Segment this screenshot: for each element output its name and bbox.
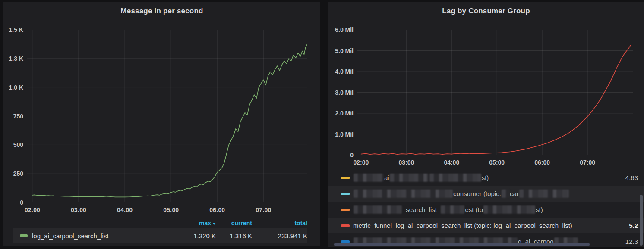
consumer-group-row[interactable]: aist)4.63	[328, 170, 644, 186]
series-color-swatch[interactable]	[341, 224, 350, 227]
y-tick-label: 0	[328, 151, 354, 159]
y-tick-label: 0	[3, 199, 23, 206]
series-color-swatch[interactable]	[341, 177, 350, 179]
legend-sort-max[interactable]: max	[177, 220, 216, 227]
y-tick-label: 1.3 K	[3, 55, 23, 62]
series-color-swatch[interactable]	[341, 193, 350, 195]
legend-header-total[interactable]: total	[252, 220, 307, 227]
legend-label-fragment: consumer (topic:	[453, 190, 501, 197]
series-line	[32, 45, 307, 197]
x-tick-label: 06:00	[204, 206, 230, 213]
redacted-text	[519, 190, 569, 198]
redacted-text	[354, 190, 453, 198]
x-tick-label: 07:00	[575, 159, 600, 166]
consumer-group-row[interactable]: consumer (topic:car	[328, 186, 644, 202]
redacted-text	[502, 190, 509, 198]
x-tick-label: 06:00	[529, 159, 555, 166]
redacted-text	[441, 205, 464, 214]
grafana-dashboard: Message in per second max current total …	[0, 0, 644, 249]
redacted-text	[390, 174, 429, 182]
x-tick-label: 04:00	[112, 206, 138, 213]
x-tick-label: 04:00	[439, 159, 464, 166]
lag-current-value: 5.2	[629, 222, 638, 229]
y-tick-label: 250	[3, 170, 23, 177]
message-chart-legend: max current total log_ai_carpool_search_…	[13, 218, 307, 244]
panel-message-in-per-second: Message in per second max current total …	[3, 2, 320, 246]
legend-label-fragment: st)	[536, 206, 543, 213]
y-tick-label: 2.0 Mil	[328, 109, 354, 117]
series-color-swatch[interactable]	[20, 234, 28, 237]
lag-current-value: 12.3	[625, 238, 638, 245]
legend-row[interactable]: log_ai_carpool_search_list 1.320 K 1.316…	[13, 228, 307, 243]
consumer-group-row[interactable]: metric_funnel_log_ai_carpool_search_list…	[328, 218, 644, 233]
x-tick-label: 02:00	[19, 206, 45, 213]
legend-horizontal-scrollbar[interactable]	[334, 243, 590, 246]
y-tick-label: 3.0 Mil	[328, 89, 354, 96]
lag-chart[interactable]	[357, 30, 633, 155]
consumer-group-name[interactable]: metric_funnel_log_ai_carpool_search_list…	[353, 222, 572, 229]
redacted-text	[429, 174, 481, 182]
legend-label-fragment: _search_list_	[402, 206, 440, 213]
x-tick-label: 03:00	[393, 159, 419, 166]
consumer-group-legend: aist)4.63consumer (topic:car_search_list…	[328, 170, 644, 247]
series-color-swatch[interactable]	[341, 209, 350, 211]
x-tick-label: 07:00	[250, 206, 276, 213]
redacted-text	[354, 174, 384, 182]
chart-canvas	[27, 30, 307, 202]
legend-label-fragment: car	[510, 190, 519, 197]
x-tick-label: 03:00	[66, 206, 92, 213]
legend-label-fragment: ai	[384, 174, 389, 181]
y-tick-label: 500	[3, 141, 23, 149]
panel-title[interactable]: Lag by Consumer Group	[328, 2, 644, 16]
y-tick-label: 750	[3, 112, 23, 120]
chart-canvas	[357, 30, 633, 155]
stat-current: 1.316 K	[216, 232, 252, 240]
lag-current-value: 4.63	[625, 174, 638, 181]
panel-lag-by-consumer-group: Lag by Consumer Group aist)4.63consumer …	[328, 2, 644, 247]
redacted-text	[354, 205, 402, 214]
stat-total: 233.941 K	[252, 232, 307, 240]
redacted-text	[483, 205, 535, 214]
x-tick-label: 05:00	[158, 206, 184, 213]
legend-header-current[interactable]: current	[216, 220, 252, 227]
consumer-group-row[interactable]: _search_list_est (tost)	[328, 202, 644, 218]
y-tick-label: 5.0 Mil	[328, 47, 354, 55]
legend-vertical-scrollbar[interactable]	[640, 195, 643, 246]
caret-down-icon	[212, 223, 216, 225]
legend-label-fragment: est (to	[465, 206, 483, 213]
x-tick-label: 05:00	[484, 159, 510, 166]
y-tick-label: 1.0 K	[3, 84, 23, 91]
legend-header-row: max current total	[13, 218, 307, 228]
x-tick-label: 02:00	[348, 159, 374, 166]
series-name[interactable]: log_ai_carpool_search_list	[32, 232, 177, 240]
message-rate-chart[interactable]	[27, 30, 307, 202]
series-line	[361, 45, 631, 154]
stat-max: 1.320 K	[177, 232, 216, 240]
y-tick-label: 4.0 Mil	[328, 68, 354, 75]
panel-title[interactable]: Message in per second	[3, 2, 320, 16]
legend-label-fragment: st)	[482, 174, 489, 181]
y-tick-label: 6.0 Mil	[328, 26, 354, 34]
y-tick-label: 1.0 Mil	[328, 131, 354, 138]
y-tick-label: 1.5 K	[3, 26, 23, 34]
